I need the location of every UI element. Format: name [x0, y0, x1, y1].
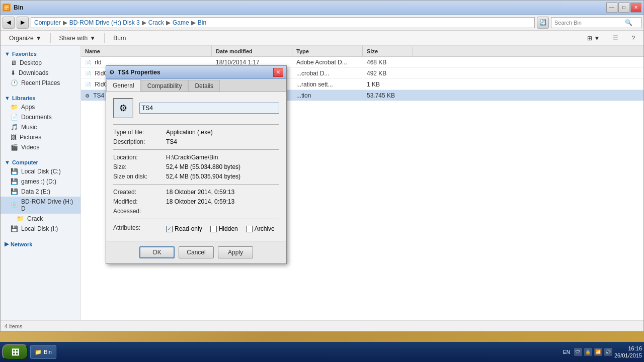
hidden-checkbox[interactable] — [210, 226, 217, 232]
sidebar-item-bdrom[interactable]: 💿 BD-ROM Drive (H:) D — [1, 197, 80, 214]
explorer-window: Bin — □ ✕ ◀ ▶ Computer ▶ BD-ROM Drive (H… — [0, 0, 644, 332]
computer-label: Computer — [12, 159, 38, 165]
dialog-title: TS4 Properties — [118, 69, 273, 76]
prop-size-disk-label: Size on disk: — [113, 173, 166, 180]
favorites-section[interactable]: ▼ Favorites — [1, 48, 80, 58]
search-input[interactable] — [554, 20, 625, 26]
organize-arrow-icon: ▼ — [36, 35, 42, 42]
tab-general[interactable]: General — [106, 79, 141, 92]
prop-modified-label: Modified: — [113, 198, 166, 205]
col-header-date[interactable]: Date modified — [212, 46, 292, 56]
downloads-icon: ⬇ — [11, 69, 16, 76]
col-header-size[interactable]: Size — [363, 46, 413, 56]
sidebar-item-data2[interactable]: 💾 Data 2 (E:) — [1, 187, 80, 197]
separator-3 — [113, 184, 279, 185]
sidebar-item-pictures[interactable]: 🖼 Pictures — [1, 132, 80, 142]
sidebar-item-label: Music — [21, 124, 37, 131]
computer-arrow-icon: ▼ — [5, 159, 10, 165]
prop-size-value: 52,4 MB (55.034.880 bytes) — [166, 163, 279, 170]
libraries-section[interactable]: ▼ Libraries — [1, 92, 80, 102]
network-arrow-icon: ▶ — [5, 241, 9, 247]
prop-created: Created: 18 Oktober 2014, 0:59:13 — [113, 189, 279, 196]
sidebar-item-apps[interactable]: 📁 Apps — [1, 102, 80, 112]
taskbar: ⊞ 📁 Bin EN 🛡 🔒 📶 🔊 16:16 26/01/2015 — [0, 342, 644, 362]
address-path[interactable]: Computer ▶ BD-ROM Drive (H:) Disk 3 ▶ Cr… — [31, 17, 535, 28]
sidebar-item-downloads[interactable]: ⬇ Downloads — [1, 68, 80, 78]
path-bin[interactable]: Bin — [198, 19, 206, 26]
file-type: ...tion — [292, 92, 363, 99]
sidebar-item-documents[interactable]: 📄 Documents — [1, 112, 80, 122]
item-count: 4 items — [5, 323, 22, 329]
disk-c-icon: 💾 — [11, 168, 18, 175]
search-icon: 🔍 — [625, 19, 632, 26]
organize-button[interactable]: Organize ▼ — [5, 32, 46, 44]
network-tray-icon: 📶 — [594, 348, 602, 356]
network-section[interactable]: ▶ Network — [1, 238, 80, 248]
disk-i-icon: 💾 — [11, 225, 18, 232]
attributes-row: Read-only Hidden Archive — [166, 225, 275, 232]
start-button[interactable]: ⊞ — [2, 344, 28, 360]
details-view-button[interactable]: ☰ — [608, 32, 623, 44]
sidebar-item-locali[interactable]: 💾 Local Disk (I:) — [1, 224, 80, 234]
share-button[interactable]: Share with ▼ — [55, 32, 101, 44]
computer-section[interactable]: ▼ Computer — [1, 156, 80, 166]
attr-hidden[interactable]: Hidden — [210, 225, 238, 232]
file-type: ...crobat D... — [292, 70, 363, 77]
prop-accessed: Accessed: — [113, 208, 279, 215]
refresh-button[interactable]: 🔄 — [537, 17, 549, 29]
prop-attributes: Attributes: Read-only Hidden Archive — [113, 223, 279, 232]
apply-button[interactable]: Apply — [218, 246, 253, 258]
path-bdrom[interactable]: BD-ROM Drive (H:) Disk 3 — [69, 19, 140, 26]
prop-size: Size: 52,4 MB (55.034.880 bytes) — [113, 163, 279, 170]
toolbar-separator-2 — [104, 33, 105, 43]
tab-compatibility[interactable]: Compatibility — [141, 80, 189, 92]
path-arrow-1: ▶ — [63, 19, 67, 26]
prop-accessed-label: Accessed: — [113, 208, 166, 215]
sidebar-item-music[interactable]: 🎵 Music — [1, 122, 80, 132]
path-computer[interactable]: Computer — [34, 19, 61, 26]
sidebar-item-crack[interactable]: 📁 Crack — [1, 214, 80, 224]
forward-button[interactable]: ▶ — [17, 17, 29, 29]
properties-dialog: ⚙ TS4 Properties ✕ General Compatibility… — [106, 65, 287, 264]
close-button[interactable]: ✕ — [630, 3, 641, 13]
help-button[interactable]: ? — [627, 32, 639, 44]
view-options-button[interactable]: ⊞ ▼ — [583, 32, 604, 44]
col-header-type[interactable]: Type — [292, 46, 363, 56]
path-game[interactable]: Game — [173, 19, 189, 26]
organize-label: Organize — [9, 35, 34, 42]
maximize-button[interactable]: □ — [618, 3, 629, 13]
shield-icon: 🛡 — [574, 348, 582, 356]
file-name-input[interactable] — [139, 103, 279, 114]
file-thumbnail: ⚙ — [113, 98, 133, 118]
sidebar-item-videos[interactable]: 🎬 Videos — [1, 142, 80, 152]
sidebar-item-label: Documents — [21, 114, 52, 121]
col-header-name[interactable]: Name — [81, 46, 212, 56]
attr-readonly[interactable]: Read-only — [166, 225, 202, 232]
toolbar: Organize ▼ Share with ▼ Burn ⊞ ▼ ☰ ? — [1, 31, 643, 46]
prop-created-value: 18 Oktober 2014, 0:59:13 — [166, 189, 279, 196]
sidebar-item-games[interactable]: 💾 games :) (D:) — [1, 176, 80, 187]
path-crack[interactable]: Crack — [148, 19, 164, 26]
taskbar-task-bin[interactable]: 📁 Bin — [30, 345, 56, 359]
sidebar-item-label: Local Disk (C:) — [21, 168, 61, 175]
sidebar-item-desktop[interactable]: 🖥 Desktop — [1, 58, 80, 68]
sidebar-item-label: BD-ROM Drive (H:) D — [21, 198, 76, 212]
back-button[interactable]: ◀ — [3, 17, 15, 29]
ok-button[interactable]: OK — [139, 246, 175, 258]
task-label: Bin — [44, 349, 52, 355]
prop-modified: Modified: 18 Oktober 2014, 0:59:13 — [113, 198, 279, 205]
cancel-button[interactable]: Cancel — [179, 246, 214, 258]
archive-checkbox[interactable] — [246, 226, 253, 232]
sidebar-item-recent[interactable]: 🕐 Recent Places — [1, 78, 80, 88]
search-box[interactable]: 🔍 — [551, 17, 641, 28]
readonly-checkbox[interactable] — [166, 226, 173, 232]
burn-button[interactable]: Burn — [109, 32, 130, 44]
dialog-close-button[interactable]: ✕ — [273, 68, 283, 77]
sidebar-item-label: Crack — [27, 215, 43, 222]
sidebar-item-localc[interactable]: 💾 Local Disk (C:) — [1, 166, 80, 176]
minimize-button[interactable]: — — [606, 3, 617, 13]
pdf-icon: 📄 — [85, 71, 91, 76]
attr-archive[interactable]: Archive — [246, 225, 275, 232]
tab-details[interactable]: Details — [188, 80, 220, 92]
burn-label: Burn — [113, 35, 126, 42]
